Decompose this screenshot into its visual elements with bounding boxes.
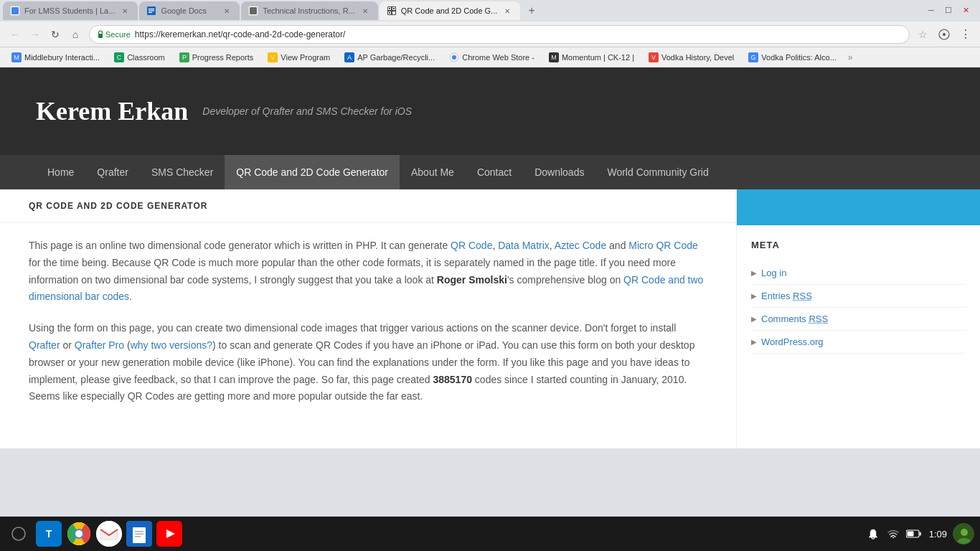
tab-label-4: QR Code and 2D Code G... xyxy=(401,6,498,15)
svg-rect-45 xyxy=(135,534,143,535)
nav-about-me[interactable]: About Me xyxy=(400,155,466,189)
notification-icon xyxy=(867,528,879,540)
wifi-status xyxy=(886,527,900,541)
bookmark-middlebury[interactable]: M Middlebury Interacti... xyxy=(6,51,105,64)
browser-tab-3[interactable]: Technical Instructions, R... ✕ xyxy=(241,1,377,20)
link-micro-qr-code[interactable]: Micro QR Code xyxy=(628,240,697,251)
bookmark-icon-momentum: M xyxy=(549,52,559,62)
taskbar-pearson[interactable]: T xyxy=(36,521,62,547)
chrome-menu-button[interactable]: ⋮ xyxy=(957,26,974,43)
svg-rect-51 xyxy=(919,532,921,536)
meta-item-wordpress[interactable]: ▶ WordPress.org xyxy=(751,331,966,354)
nav-world-community-grid[interactable]: World Community Grid xyxy=(595,155,720,189)
meta-label-login: Log in xyxy=(761,268,786,278)
main-content: QR CODE AND 2D CODE GENERATOR This page … xyxy=(0,189,736,448)
link-qrafter[interactable]: Qrafter xyxy=(29,339,60,351)
close-button[interactable]: ✕ xyxy=(958,3,973,17)
bookmarks-overflow-button[interactable]: » xyxy=(848,52,853,62)
bookmark-classroom[interactable]: C Classroom xyxy=(108,51,171,64)
bookmark-viewprogram[interactable]: V View Program xyxy=(262,51,336,64)
bookmark-progress[interactable]: P Progress Reports xyxy=(174,51,260,64)
link-why-two-versions[interactable]: why two versions? xyxy=(131,339,212,351)
taskbar-chrome[interactable] xyxy=(66,521,92,547)
tab-close-1[interactable]: ✕ xyxy=(119,5,131,17)
refresh-button[interactable]: ↻ xyxy=(46,25,65,44)
meta-item-comments-rss[interactable]: ▶ Comments RSS xyxy=(751,308,966,331)
link-aztec-code[interactable]: Aztec Code xyxy=(555,240,606,251)
article-paragraph-1: This page is an online two dimensional c… xyxy=(29,237,707,306)
nav-qrafter[interactable]: Qrafter xyxy=(85,155,140,189)
article-strong-name: Roger Smolski xyxy=(437,274,507,286)
back-button[interactable]: ← xyxy=(6,25,24,44)
bookmark-icon-progress: P xyxy=(179,52,189,62)
url-bar[interactable]: Secure https://keremerkan.net/qr-code-an… xyxy=(89,25,910,44)
taskbar-gmail[interactable] xyxy=(96,521,122,547)
browser-tab-4[interactable]: QR Code and 2D Code G... ✕ xyxy=(380,1,521,20)
nav-downloads[interactable]: Downloads xyxy=(523,155,595,189)
bookmark-label-vodkapolitics: Vodka Politics: Alco... xyxy=(761,53,837,62)
link-data-matrix[interactable]: Data Matrix xyxy=(498,240,550,251)
tab-close-3[interactable]: ✕ xyxy=(359,5,371,17)
svg-rect-41 xyxy=(96,521,122,547)
extensions-button[interactable] xyxy=(936,26,953,43)
nav-contact[interactable]: Contact xyxy=(466,155,523,189)
site-title-text: Kerem Erkan xyxy=(36,96,188,126)
svg-text:G: G xyxy=(751,54,756,61)
restore-button[interactable]: ☐ xyxy=(941,3,956,17)
taskbar-youtube[interactable] xyxy=(156,521,182,547)
article-and-1: and xyxy=(606,240,628,251)
nav-qr-code-generator[interactable]: QR Code and 2D Code Generator xyxy=(225,155,400,189)
article-count: 3885170 xyxy=(433,374,472,385)
browser-tab-1[interactable]: For LMSS Students | La... ✕ xyxy=(3,1,138,20)
battery-status xyxy=(906,528,923,540)
bookmark-icon-classroom: C xyxy=(114,52,124,62)
sidebar-blue-banner xyxy=(737,189,980,225)
bookmark-vodkapolitics[interactable]: G Vodka Politics: Alco... xyxy=(743,51,842,64)
taskbar-launcher[interactable] xyxy=(6,521,32,547)
tab-close-4[interactable]: ✕ xyxy=(501,5,513,17)
browser-tab-2[interactable]: Google Docs ✕ xyxy=(139,1,240,20)
tab-close-2[interactable]: ✕ xyxy=(221,5,232,17)
article-or-1: or xyxy=(60,339,75,351)
notification-button[interactable] xyxy=(866,527,880,541)
bookmark-label-chromewebstore: Chrome Web Store - xyxy=(462,53,534,62)
meta-item-login[interactable]: ▶ Log in xyxy=(751,262,966,285)
article-text-4: Using the form on this page, you can cre… xyxy=(29,322,676,334)
bookmark-chromewebstore[interactable]: Chrome Web Store - xyxy=(443,51,540,64)
nav-sms-checker[interactable]: SMS Checker xyxy=(140,155,225,189)
youtube-icon xyxy=(156,521,182,547)
bookmark-star-button[interactable]: ☆ xyxy=(914,26,931,43)
svg-point-35 xyxy=(12,527,25,540)
taskbar-avatar[interactable] xyxy=(953,523,974,545)
forward-button[interactable]: → xyxy=(26,25,44,44)
bookmark-apgarbage[interactable]: A AP Garbage/Recycli... xyxy=(339,51,440,64)
svg-text:T: T xyxy=(46,528,52,540)
address-bar: ← → ↻ ⌂ Secure https://keremerkan.net/qr… xyxy=(0,22,980,47)
meta-item-entries-rss[interactable]: ▶ Entries RSS xyxy=(751,285,966,308)
svg-text:P: P xyxy=(182,54,187,61)
site-subtitle: Developer of Qrafter and SMS Checker for… xyxy=(202,105,412,117)
svg-rect-14 xyxy=(98,34,103,38)
minimize-button[interactable]: ─ xyxy=(924,3,938,17)
bookmark-icon-middlebury: M xyxy=(11,52,22,62)
link-qrafter-pro[interactable]: Qrafter Pro xyxy=(75,339,124,351)
bookmark-vodkahistory[interactable]: V Vodka History, Devel xyxy=(643,51,740,64)
svg-rect-46 xyxy=(135,536,141,537)
bookmark-icon-vodkapolitics: G xyxy=(748,52,758,62)
tab-label-1: For LMSS Students | La... xyxy=(24,6,115,15)
bookmark-icon-chromewebstore xyxy=(449,52,459,62)
bookmark-label-apgarbage: AP Garbage/Recycli... xyxy=(357,53,435,62)
meta-arrow-wordpress: ▶ xyxy=(751,338,757,346)
tab-favicon-3 xyxy=(248,6,258,16)
bookmark-momentum[interactable]: M Momentum | CK-12 | xyxy=(543,51,640,64)
new-tab-button[interactable]: + xyxy=(522,2,542,19)
taskbar-docs[interactable] xyxy=(126,521,152,547)
page-title-bar: QR CODE AND 2D CODE GENERATOR xyxy=(0,189,736,223)
home-button[interactable]: ⌂ xyxy=(66,25,85,44)
meta-arrow-login: ▶ xyxy=(751,269,757,277)
nav-home[interactable]: Home xyxy=(36,155,85,189)
bookmark-label-classroom: Classroom xyxy=(127,53,165,62)
link-qr-code[interactable]: QR Code xyxy=(451,240,492,251)
bookmark-label-viewprogram: View Program xyxy=(281,53,330,62)
tab-favicon-4 xyxy=(387,6,397,16)
